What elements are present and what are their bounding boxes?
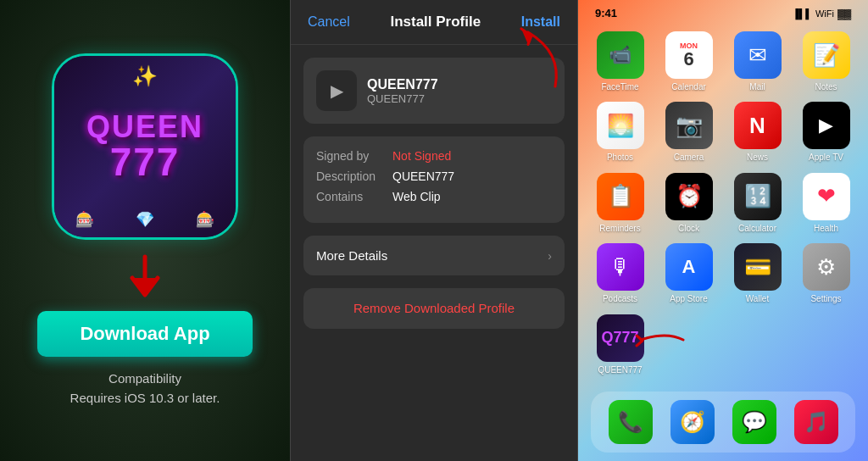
music-dock-icon[interactable]: 🎵 <box>794 400 838 444</box>
settings-icon: ⚙ <box>803 243 850 291</box>
app-icon-inner: ✨ QUEEN 777 🎰💎🎰 <box>54 56 236 237</box>
app-calendar[interactable]: MON 6 Calendar <box>659 31 718 92</box>
news-icon: N <box>734 102 782 149</box>
appletv-label: Apple TV <box>809 153 843 162</box>
signed-by-row: Signed by Not Signed <box>316 149 552 163</box>
podcasts-icon: 🎙 <box>597 243 644 291</box>
status-icons: ▐▌▌ WiFi ▓▓ <box>793 8 851 19</box>
calendar-label: Calendar <box>671 82 706 92</box>
battery-icon: ▓▓ <box>837 8 851 19</box>
more-details-label: More Details <box>316 248 387 263</box>
profile-icon: ▶ <box>316 70 357 111</box>
calculator-icon: 🔢 <box>734 173 782 220</box>
arrow-down-decoration <box>120 253 170 307</box>
compatibility-line2: Requires iOS 10.3 or later. <box>70 391 220 405</box>
calculator-label: Calculator <box>738 224 776 233</box>
profile-name: QUEEN777 <box>367 77 438 92</box>
description-label: Description <box>316 169 392 183</box>
calendar-date: MON 6 <box>680 42 698 69</box>
app-settings[interactable]: ⚙ Settings <box>797 243 855 303</box>
compatibility-line1: Compatibility <box>108 371 181 386</box>
app-notes[interactable]: 📝 Notes <box>797 31 855 92</box>
app-icon: ✨ QUEEN 777 🎰💎🎰 <box>52 53 238 240</box>
podcasts-label: Podcasts <box>603 294 637 303</box>
photos-label: Photos <box>607 153 633 162</box>
reminders-icon: 📋 <box>597 173 644 220</box>
install-header: Cancel Install Profile Install <box>291 0 577 45</box>
phone-dock-icon[interactable]: 📞 <box>609 400 653 444</box>
facetime-icon: 📹 <box>597 31 644 79</box>
cancel-button[interactable]: Cancel <box>308 14 350 30</box>
contains-row: Contains Web Clip <box>316 190 552 203</box>
photos-icon: 🌅 <box>597 102 644 149</box>
app-health[interactable]: ❤ Health <box>797 173 855 233</box>
app-photos[interactable]: 🌅 Photos <box>591 102 649 162</box>
dock: 📞 🧭 💬 🎵 <box>591 392 855 453</box>
app-news[interactable]: N News <box>728 102 787 162</box>
description-row: Description QUEEN777 <box>316 169 552 183</box>
app-queen777[interactable]: Q777 QUEEN777 <box>591 314 649 375</box>
app-appletv[interactable]: ▶ Apple TV <box>797 102 855 162</box>
app-clock[interactable]: ⏰ Clock <box>659 173 718 233</box>
more-details-button[interactable]: More Details › <box>303 236 565 275</box>
install-profile-title: Install Profile <box>390 14 481 31</box>
app-wallet[interactable]: 💳 Wallet <box>728 243 787 303</box>
appletv-icon: ▶ <box>803 102 850 149</box>
profile-card: ▶ QUEEN777 QUEEN777 <box>303 58 565 124</box>
profile-subtitle: QUEEN777 <box>367 92 438 105</box>
clock-icon: ⏰ <box>665 173 713 220</box>
red-arrow-queen-icon <box>624 327 692 353</box>
messages-dock-icon[interactable]: 💬 <box>732 400 776 444</box>
safari-dock-icon[interactable]: 🧭 <box>670 400 715 444</box>
contains-value: Web Clip <box>392 190 441 203</box>
camera-label: Camera <box>674 153 704 162</box>
remove-btn-text: Remove Downloaded Profile <box>353 301 515 315</box>
health-label: Health <box>814 224 838 233</box>
profile-details: Signed by Not Signed Description QUEEN77… <box>303 136 565 223</box>
install-profile-panel: Cancel Install Profile Install ▶ QUEEN77… <box>290 0 578 461</box>
reminders-label: Reminders <box>599 224 640 233</box>
casino-decoration: 🎰💎🎰 <box>54 210 236 229</box>
app-mail[interactable]: ✉ Mail <box>728 31 787 92</box>
calendar-icon: MON 6 <box>665 31 713 79</box>
seven-text: 777 <box>110 142 181 181</box>
status-bar: 9:41 ▐▌▌ WiFi ▓▓ <box>578 0 868 23</box>
app-podcasts[interactable]: 🎙 Podcasts <box>591 243 649 303</box>
description-value: QUEEN777 <box>392 169 454 183</box>
chevron-right-icon: › <box>548 249 552 263</box>
signed-value: Not Signed <box>392 149 451 163</box>
iphone-home-panel: 9:41 ▐▌▌ WiFi ▓▓ 📹 FaceTime MON 6 <box>578 0 868 461</box>
settings-label: Settings <box>810 294 841 303</box>
status-time: 9:41 <box>595 7 617 19</box>
mail-label: Mail <box>749 82 765 92</box>
notes-label: Notes <box>815 82 837 92</box>
health-icon: ❤ <box>803 173 850 220</box>
wifi-icon: WiFi <box>815 8 834 19</box>
download-app-button[interactable]: Download App <box>37 311 252 357</box>
remove-profile-button[interactable]: Remove Downloaded Profile <box>303 288 565 329</box>
sparkles-decoration: ✨ <box>132 64 158 88</box>
profile-info: QUEEN777 QUEEN777 <box>367 77 438 105</box>
camera-icon: 📷 <box>665 102 713 149</box>
app-appstore[interactable]: A App Store <box>659 243 718 303</box>
news-label: News <box>747 153 768 162</box>
wallet-label: Wallet <box>746 294 769 303</box>
queen-text: QUEEN <box>86 112 203 142</box>
facetime-label: FaceTime <box>601 82 638 92</box>
compatibility-text: Compatibility Requires iOS 10.3 or later… <box>70 369 220 408</box>
install-button[interactable]: Install <box>521 14 560 30</box>
mail-icon: ✉ <box>734 31 782 79</box>
signal-icon: ▐▌▌ <box>793 8 812 19</box>
clock-label: Clock <box>678 224 699 233</box>
notes-icon: 📝 <box>803 31 850 79</box>
contains-label: Contains <box>316 190 392 203</box>
appstore-icon: A <box>665 243 713 291</box>
app-facetime[interactable]: 📹 FaceTime <box>591 31 649 92</box>
app-reminders[interactable]: 📋 Reminders <box>591 173 649 233</box>
wallet-icon: 💳 <box>734 243 782 291</box>
app-camera[interactable]: 📷 Camera <box>659 102 718 162</box>
app-calculator[interactable]: 🔢 Calculator <box>728 173 787 233</box>
iphone-frame: 9:41 ▐▌▌ WiFi ▓▓ 📹 FaceTime MON 6 <box>578 0 868 461</box>
app-grid: 📹 FaceTime MON 6 Calendar ✉ Mail 📝 Notes <box>578 23 868 383</box>
queen777-label: QUEEN777 <box>598 365 642 375</box>
